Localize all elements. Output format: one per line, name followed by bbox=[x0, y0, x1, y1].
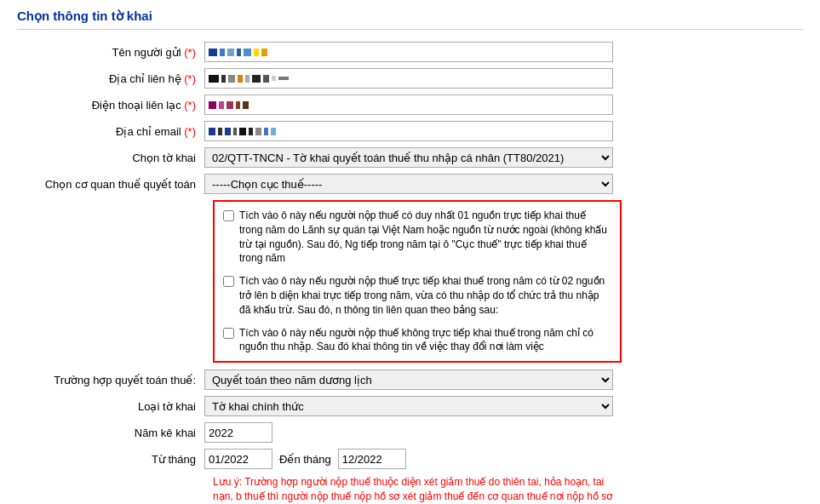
label-email: Địa chỉ email (*) bbox=[17, 125, 204, 138]
row-nam-ke-khai: Năm kê khai bbox=[17, 422, 803, 443]
label-chon-co-quan: Chọn cơ quan thuế quyết toán bbox=[17, 178, 204, 191]
label-loai-to-khai: Loại tờ khai bbox=[17, 400, 204, 413]
row-email: Địa chỉ email (*) bbox=[17, 121, 803, 141]
input-nam-wrapper bbox=[204, 422, 613, 443]
label-ten-nguoi-gui: Tên người gửi (*) bbox=[17, 46, 204, 59]
checkbox-1[interactable] bbox=[223, 210, 234, 221]
checkbox-row-2: Tích vào ô này nếu người nộp thuế trực t… bbox=[223, 274, 611, 317]
label-nam-ke-khai: Năm kê khai bbox=[17, 427, 204, 439]
page-title: Chọn thông tin tờ khai bbox=[17, 9, 803, 30]
den-thang-label: Đến tháng bbox=[279, 453, 331, 466]
label-chon-to-khai: Chọn tờ khai bbox=[17, 152, 204, 164]
input-den-thang[interactable] bbox=[338, 449, 406, 469]
checkbox-2-label: Tích vào ô này nếu người nộp thuế trực t… bbox=[239, 274, 611, 317]
select-co-quan-wrapper: -----Chọn cục thuế----- bbox=[204, 174, 613, 194]
label-truong-hop: Trường hợp quyết toán thuế: bbox=[17, 374, 204, 387]
select-chon-to-khai-wrapper: 02/QTT-TNCN - Tờ khai quyết toán thuế th… bbox=[204, 147, 613, 168]
select-chon-to-khai[interactable]: 02/QTT-TNCN - Tờ khai quyết toán thuế th… bbox=[204, 147, 613, 168]
input-ten-nguoi-gui[interactable] bbox=[204, 42, 613, 62]
row-ten-nguoi-gui: Tên người gửi (*) bbox=[17, 42, 803, 62]
select-loai-wrapper: Tờ khai chính thức bbox=[204, 396, 613, 416]
checkbox-2[interactable] bbox=[223, 276, 234, 287]
label-tu-thang: Từ tháng bbox=[17, 453, 204, 466]
select-loai-to-khai[interactable]: Tờ khai chính thức bbox=[204, 396, 613, 416]
checkbox-3[interactable] bbox=[223, 328, 234, 339]
input-nam-ke-khai[interactable] bbox=[204, 422, 272, 443]
select-truong-hop-wrapper: Quyết toán theo năm dương lịch bbox=[204, 369, 613, 390]
checkbox-row-1: Tích vào ô này nếu người nộp thuế có duy… bbox=[223, 209, 611, 266]
label-dien-thoai: Điện thoại liên lạc (*) bbox=[17, 99, 204, 112]
input-email[interactable] bbox=[204, 121, 613, 141]
row-truong-hop: Trường hợp quyết toán thuế: Quyết toán t… bbox=[17, 369, 803, 390]
row-chon-co-quan: Chọn cơ quan thuế quyết toán -----Chọn c… bbox=[17, 174, 803, 194]
row-chon-to-khai: Chọn tờ khai 02/QTT-TNCN - Tờ khai quyết… bbox=[17, 147, 803, 168]
row-thang: Từ tháng Đến tháng bbox=[17, 449, 803, 469]
checkbox-1-label: Tích vào ô này nếu người nộp thuế có duy… bbox=[239, 209, 611, 266]
input-dien-thoai[interactable] bbox=[204, 94, 613, 115]
checkbox-section: Tích vào ô này nếu người nộp thuế có duy… bbox=[213, 200, 622, 363]
thang-inputs: Đến tháng bbox=[204, 449, 406, 469]
select-truong-hop[interactable]: Quyết toán theo năm dương lịch bbox=[204, 369, 613, 390]
select-co-quan[interactable]: -----Chọn cục thuế----- bbox=[204, 174, 613, 194]
row-dia-chi-lien-he: Địa chỉ liên hệ (*) bbox=[17, 68, 803, 89]
input-dia-chi-lien-he[interactable] bbox=[204, 68, 613, 89]
page-container: Chọn thông tin tờ khai Tên người gửi (*)… bbox=[0, 0, 820, 504]
row-dien-thoai: Điện thoại liên lạc (*) bbox=[17, 94, 803, 115]
checkbox-3-label: Tích vào ô này nếu người nộp thuế không … bbox=[239, 326, 611, 355]
checkbox-row-3: Tích vào ô này nếu người nộp thuế không … bbox=[223, 326, 611, 355]
form-section: Tên người gửi (*) Địa chỉ liên hệ (*) bbox=[17, 42, 803, 504]
label-dia-chi-lien-he: Địa chỉ liên hệ (*) bbox=[17, 72, 204, 85]
input-tu-thang[interactable] bbox=[204, 449, 272, 469]
note-text: Lưu ý: Trường hợp người nộp thuế thuộc d… bbox=[213, 475, 622, 504]
row-loai-to-khai: Loại tờ khai Tờ khai chính thức bbox=[17, 396, 803, 416]
